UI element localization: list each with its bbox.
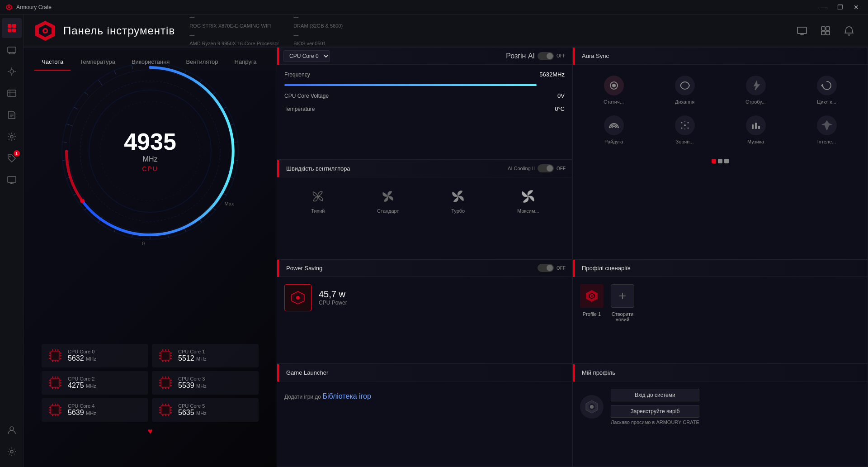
register-button[interactable]: Зареєструйте виріб xyxy=(611,405,699,418)
power-title: Power Saving xyxy=(286,265,322,272)
sidebar-item-devices[interactable] xyxy=(2,40,22,60)
tab-fan[interactable]: Вентилятор xyxy=(179,55,225,71)
core-item-0: CPU Core 0 5632 MHz xyxy=(42,344,148,367)
gauge-container: 0 Max 4935 MHz CPU xyxy=(55,56,245,246)
cpu-cores-list: CPU Core 0 5632 MHz xyxy=(24,344,277,422)
strobe-icon xyxy=(746,76,766,95)
tab-temp[interactable]: Температура xyxy=(72,55,123,71)
power-toggle-track[interactable] xyxy=(538,264,554,272)
sidebar: 1 xyxy=(0,14,24,467)
tab-voltage[interactable]: Напруга xyxy=(227,55,264,71)
static-label: Статич... xyxy=(604,99,624,105)
core-info-5: CPU Core 5 5635 MHz xyxy=(178,403,207,417)
sidebar-item-manual[interactable] xyxy=(2,105,22,125)
gauge-unit: MHz xyxy=(124,155,176,163)
fan-title-bar xyxy=(277,160,279,177)
sidebar-item-dashboard[interactable] xyxy=(2,18,22,38)
intelligent-icon xyxy=(817,115,837,135)
core-freq-0: 5632 MHz xyxy=(68,354,96,362)
sidebar-item-display[interactable] xyxy=(2,170,22,190)
sidebar-item-settings[interactable] xyxy=(2,442,22,462)
sidebar-item-user[interactable] xyxy=(2,420,22,440)
armoury-crate-avatar xyxy=(585,400,599,414)
cpu-ai-toggle: Розгін AI OFF xyxy=(506,52,566,60)
my-profile-title-bar xyxy=(573,364,575,381)
aura-dot-0[interactable] xyxy=(712,159,716,163)
aura-mode-static[interactable]: Статич... xyxy=(580,72,647,108)
profile-rog-logo xyxy=(585,289,599,303)
fan-toggle-track[interactable] xyxy=(538,164,554,172)
monitor-button[interactable] xyxy=(794,23,810,39)
fan-mode-turbo[interactable]: Турбо xyxy=(446,185,470,217)
fan-turbo-icon xyxy=(450,188,466,205)
fan-mode-standard[interactable]: Стандарт xyxy=(373,185,403,217)
monitor-icon xyxy=(797,26,807,36)
user-icon xyxy=(7,425,17,435)
aura-mode-cycle[interactable]: Цикл к... xyxy=(793,72,860,108)
minimize-button[interactable]: — xyxy=(817,3,830,12)
breathing-label: Дихання xyxy=(675,99,694,105)
rog-logo xyxy=(34,20,56,42)
sidebar-item-tools[interactable] xyxy=(2,127,22,147)
power-info: 45,7 w CPU Power xyxy=(319,289,347,306)
freq-progress xyxy=(284,84,537,86)
power-toggle-label: OFF xyxy=(557,266,566,271)
fan-mode-quiet[interactable]: Тихий xyxy=(306,185,330,217)
my-profile-title: Мій профіль xyxy=(582,369,615,376)
notification-button[interactable] xyxy=(841,23,857,39)
svg-line-69 xyxy=(98,80,102,85)
aura-mode-breathing[interactable]: Дихання xyxy=(651,72,718,108)
ai-label: Розгін AI xyxy=(506,52,535,60)
scenario-widget-header: Профілі сценаріїв xyxy=(573,260,868,277)
aura-dot-2[interactable] xyxy=(724,159,729,163)
ai-toggle-track[interactable] xyxy=(538,52,554,60)
aura-widget: Aura Sync Статич... xyxy=(572,47,868,259)
breathing-icon xyxy=(675,76,695,95)
svg-rect-37 xyxy=(826,27,830,30)
cycle-label: Цикл к... xyxy=(817,99,836,105)
core-freq-4: 5639 MHz xyxy=(68,409,96,417)
scenario-title-bar xyxy=(573,260,575,277)
aura-mode-intelligent[interactable]: Інтеле... xyxy=(793,112,860,148)
svg-rect-6 xyxy=(12,29,16,32)
profile-item-1[interactable]: Profile 1 xyxy=(580,284,604,322)
profiles-grid: Profile 1 + Створитиновий xyxy=(573,277,868,329)
profile-name-new: Створитиновий xyxy=(612,311,633,322)
tab-usage[interactable]: Використання xyxy=(124,55,177,71)
aura-mode-strobe[interactable]: Стробу... xyxy=(722,72,789,108)
svg-point-75 xyxy=(80,199,85,203)
aura-mode-starry[interactable]: Зорян... xyxy=(651,112,718,148)
core-info-0: CPU Core 0 5632 MHz xyxy=(68,349,96,362)
sidebar-item-overlay[interactable] xyxy=(2,83,22,103)
login-button[interactable]: Вхід до системи xyxy=(611,389,699,401)
core-freq-2: 4275 MHz xyxy=(68,381,96,390)
profile-actions: Вхід до системи Зареєструйте виріб Ласка… xyxy=(611,389,699,425)
game-library-link[interactable]: Бібліотека ігор xyxy=(322,392,371,400)
sidebar-item-aura[interactable] xyxy=(2,62,22,81)
svg-rect-7 xyxy=(8,47,16,52)
fan-mode-max[interactable]: Максим... xyxy=(514,185,543,217)
profile-create-new[interactable]: + Створитиновий xyxy=(611,284,634,322)
aura-mode-music[interactable]: Музика xyxy=(722,112,789,148)
svg-rect-174 xyxy=(758,126,760,129)
sidebar-item-tags[interactable]: 1 xyxy=(2,148,22,168)
tab-freq[interactable]: Частота xyxy=(34,55,71,71)
cpu-core-selector[interactable]: CPU Core 0 CPU Core 1 CPU Core 2 CPU Cor… xyxy=(283,50,330,62)
core-info-4: CPU Core 4 5639 MHz xyxy=(68,403,96,417)
titlebar: Armoury Crate — ❐ ✕ xyxy=(0,0,868,14)
temp-label: Temperature xyxy=(284,106,555,112)
svg-rect-121 xyxy=(162,380,169,386)
aura-modes-grid: Статич... Дихання xyxy=(573,65,868,155)
aura-mode-rainbow[interactable]: Райдуга xyxy=(580,112,647,148)
fan-standard-label: Стандарт xyxy=(377,208,399,214)
aura-dot-1[interactable] xyxy=(718,159,722,163)
svg-point-169 xyxy=(687,128,689,129)
cycle-icon xyxy=(817,76,837,95)
aura-title-bar xyxy=(573,48,575,65)
restore-button[interactable]: ❐ xyxy=(834,3,846,12)
fan-title: Швидкість вентилятора xyxy=(286,165,350,172)
svg-point-167 xyxy=(687,122,689,124)
grid-button[interactable] xyxy=(817,23,834,39)
svg-rect-173 xyxy=(755,123,757,129)
close-button[interactable]: ✕ xyxy=(850,3,863,12)
